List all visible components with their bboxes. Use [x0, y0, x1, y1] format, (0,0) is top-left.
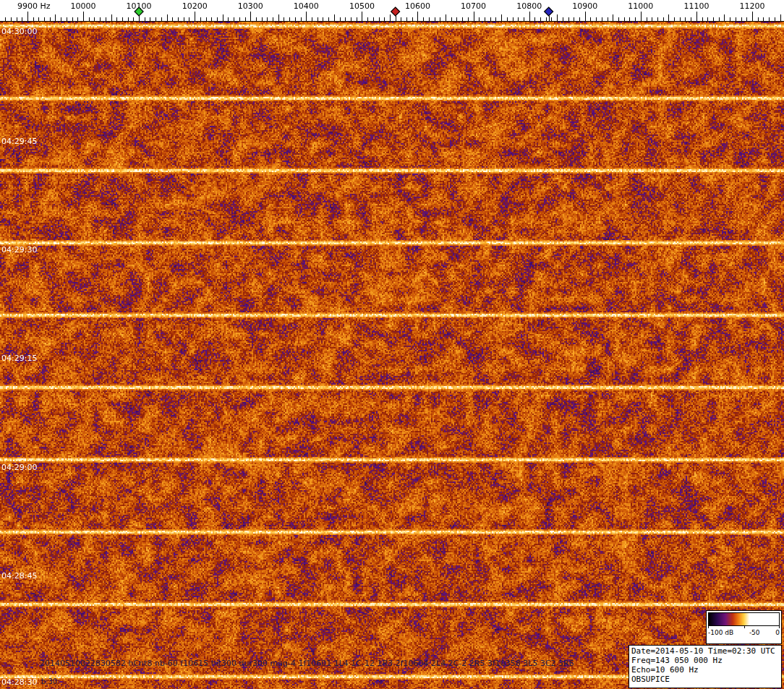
colorbar-max-label: 0 — [775, 629, 780, 636]
colorbar-labels: -100 dB -50 0 — [707, 628, 781, 636]
info-station-line: OBSUPICE — [631, 675, 779, 684]
colorbar-tick — [708, 626, 709, 628]
colorbar-legend: -100 dB -50 0 — [706, 610, 782, 644]
colorbar-min-label: -100 dB — [708, 629, 733, 636]
info-date-line: Date=2014-05-10 Time=02:30 UTC — [631, 646, 779, 656]
bottom-small-annotation: b:30 — [41, 677, 57, 685]
detection-annotation: 20140510022830582 hCnt8 nb-60 f10615 hit… — [40, 659, 574, 668]
colorbar-tick — [779, 626, 780, 628]
colorbar-ticks — [708, 626, 780, 628]
info-freq-line: Freq=143 050 000 Hz — [631, 656, 779, 665]
colorbar-tick — [744, 626, 745, 628]
meteor-spectrogram-screenshot: 04:30:0004:29:4504:29:3004:29:1504:29:00… — [0, 0, 784, 689]
colorbar-gradient — [708, 612, 780, 626]
frequency-ruler — [0, 0, 784, 22]
info-box: Date=2014-05-10 Time=02:30 UTC Freq=143 … — [629, 645, 782, 688]
info-echo-line: Echo=10 600 Hz — [631, 665, 779, 675]
spectrogram-waterfall — [0, 22, 784, 689]
colorbar-mid-label: -50 — [749, 629, 760, 636]
